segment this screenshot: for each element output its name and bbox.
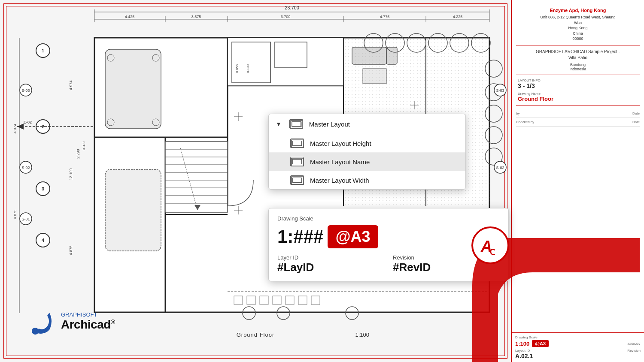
svg-text:4.974: 4.974 [69, 80, 73, 90]
date-label2: Date [632, 120, 640, 124]
dropdown-item-name[interactable]: Master Layout Name [269, 153, 465, 171]
layer-id-label: Layer ID [277, 254, 384, 261]
svg-text:12.100: 12.100 [69, 168, 73, 180]
date-label: Date [632, 112, 640, 115]
svg-text:4.775: 4.775 [380, 15, 390, 19]
svg-rect-53 [352, 47, 386, 64]
project-name: GRAPHISOFT ARCHICAD Sample Project - Vil… [518, 49, 638, 61]
layout-info-value: 3 - 1/3 [518, 82, 638, 89]
dropdown-label-height: Master Layout Height [310, 140, 371, 147]
svg-text:E-02: E-02 [24, 120, 32, 124]
svg-text:2.290: 2.290 [76, 149, 80, 159]
scale-display: 1:### @A3 [277, 225, 500, 248]
graphisoft-bottom-text: Archicad® [61, 318, 115, 332]
dropdown-label-width: Master Layout Width [310, 177, 369, 184]
svg-text:0.100: 0.100 [246, 64, 250, 73]
by-row: by Date [516, 109, 640, 118]
svg-text:1: 1 [42, 48, 44, 53]
blueprint-background: 23.700 4.425 3.575 6.700 4.775 4.225 4.9… [0, 0, 644, 362]
graphisoft-text: GRAPHISOFT Archicad® [61, 311, 115, 332]
checked-label: Checked by [516, 120, 534, 124]
archicad-logo-svg: A [479, 234, 502, 257]
svg-rect-117 [292, 122, 301, 127]
layout-icon-height [290, 139, 304, 148]
svg-text:3.575: 3.575 [191, 15, 201, 19]
svg-rect-119 [292, 158, 304, 166]
scale-badge-large: @A3 [328, 225, 378, 248]
svg-rect-54 [386, 47, 397, 64]
layout-icon-header [289, 119, 303, 129]
svg-text:S-03: S-03 [21, 88, 30, 93]
svg-text:4.875: 4.875 [13, 210, 17, 220]
dropdown-label-master-layout: Master Layout [309, 121, 350, 128]
svg-text:23.700: 23.700 [285, 5, 299, 10]
drawing-name-label: Drawing Name [518, 92, 638, 96]
svg-text:4.425: 4.425 [125, 15, 135, 19]
graphisoft-top-text: GRAPHISOFT [61, 311, 115, 318]
svg-text:S-03: S-03 [496, 88, 504, 93]
project-location: Bandung Indonesia [518, 63, 638, 71]
drawing-scale-label: Drawing Scale [277, 215, 500, 222]
layer-id-value: #LayID [277, 261, 384, 274]
company-address: Unit 806, 2-12 Queen's Road West, Sheung… [518, 15, 638, 42]
dropdown-popup[interactable]: ▼ Master Layout Master Layout Height [268, 114, 466, 190]
layer-id-col: Layer ID #LayID [277, 254, 384, 274]
archicad-circle: A [471, 226, 509, 264]
svg-rect-118 [292, 140, 304, 148]
scale-value: 1:### [277, 228, 323, 246]
svg-text:4.875: 4.875 [69, 245, 73, 255]
graphisoft-logo: GRAPHISOFT Archicad® [26, 306, 115, 336]
svg-text:4.974: 4.974 [13, 124, 17, 134]
svg-marker-99 [17, 124, 24, 130]
dropdown-item-width[interactable]: Master Layout Width [269, 171, 465, 189]
svg-point-115 [32, 328, 39, 335]
layout-icon-name [290, 157, 304, 166]
svg-rect-120 [292, 177, 304, 184]
layout-info-section: Layout Info 3 - 1/3 Drawing Name Ground … [516, 75, 640, 106]
svg-rect-36 [105, 49, 161, 129]
layout-info-label: Layout Info [518, 78, 638, 82]
dropdown-arrow-icon: ▼ [276, 121, 282, 127]
svg-text:3: 3 [42, 186, 44, 191]
drawing-name-value: Ground Floor [518, 96, 638, 102]
dropdown-item-master-layout[interactable]: ▼ Master Layout [269, 114, 465, 134]
svg-text:S-02: S-02 [496, 166, 504, 170]
company-name: Enzyme Apd, Hong Kong [518, 8, 638, 13]
svg-text:4: 4 [42, 238, 45, 243]
svg-rect-55 [363, 69, 386, 84]
layout-icon-width [290, 175, 304, 185]
svg-text:0.050: 0.050 [235, 64, 239, 73]
dropdown-item-height[interactable]: Master Layout Height [269, 134, 465, 153]
project-section: GRAPHISOFT ARCHICAD Sample Project - Vil… [516, 45, 640, 75]
svg-text:6.700: 6.700 [281, 15, 291, 19]
svg-rect-35 [275, 42, 307, 68]
svg-text:0.300: 0.300 [82, 141, 86, 150]
company-section: Enzyme Apd, Hong Kong Unit 806, 2-12 Que… [516, 4, 640, 45]
svg-text:S-02: S-02 [21, 166, 30, 170]
graphisoft-icon [26, 306, 56, 336]
two-col-info: Layer ID #LayID Revision #RevID [277, 254, 500, 274]
scale-label: 1:100 [355, 332, 369, 338]
svg-text:S-01: S-01 [21, 217, 30, 221]
dropdown-label-name: Master Layout Name [310, 158, 370, 166]
svg-text:4.225: 4.225 [453, 15, 463, 19]
archicad-logo-circle: A [471, 226, 509, 264]
by-label: by [516, 112, 519, 115]
ground-floor-label: Ground Floor [237, 332, 275, 338]
svg-rect-42 [165, 142, 228, 212]
svg-rect-41 [105, 169, 161, 251]
checked-row: Checked by Date [516, 118, 640, 127]
svg-rect-34 [232, 42, 270, 83]
